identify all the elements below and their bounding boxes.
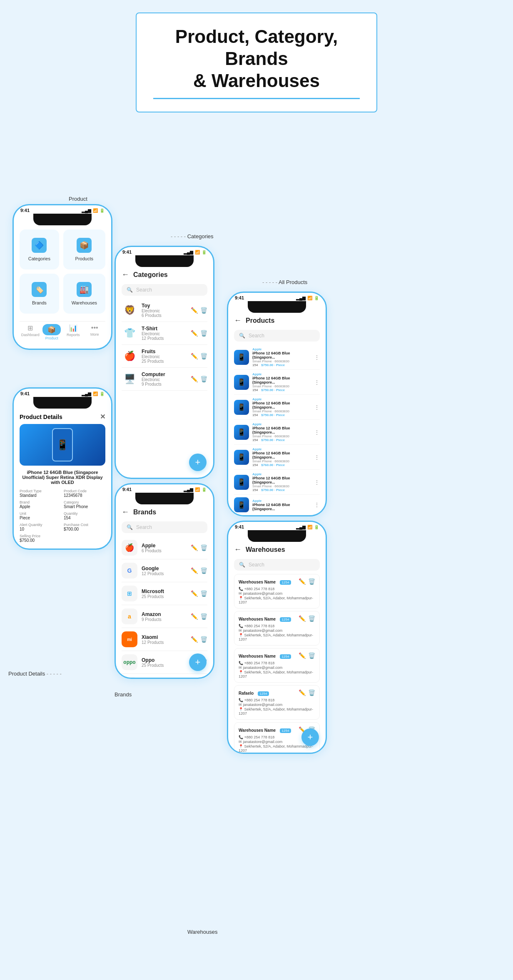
product-item-1[interactable]: 📱 Apple iPhone 12 64GB Blue (Singapore..… — [234, 345, 320, 370]
home-tile-warehouses[interactable]: 🏭 Warehouses — [63, 274, 105, 314]
wh-3-edit-button[interactable]: ✏️ — [299, 652, 306, 659]
cat-computer-name: Computer — [142, 372, 187, 377]
brand-oppo-count: 25 Products — [142, 663, 187, 668]
brand-google-count: 12 Products — [142, 571, 187, 576]
wh-3-phone: 📞 +880 254 778 818 — [239, 661, 315, 665]
product-3-code: Smart Phone · 66083830 — [252, 409, 311, 413]
home-tile-brands[interactable]: 🏷️ Brands — [20, 274, 59, 314]
brands-signal-icon: ▂▄▆ — [184, 487, 193, 492]
detail-purchase-cost-value: $700.00 — [64, 527, 105, 531]
wh-3-delete-button[interactable]: 🗑️ — [308, 652, 315, 659]
product-item-2[interactable]: 📱 Apple iPhone 12 64GB Blue (Singapore..… — [234, 370, 320, 395]
brand-microsoft-delete-button[interactable]: 🗑️ — [200, 590, 207, 597]
wh-1-email: ✉ janatastore@gmail.com — [239, 591, 315, 596]
product-7-more-icon[interactable]: ⋮ — [314, 501, 320, 508]
product-2-more-icon[interactable]: ⋮ — [314, 379, 320, 386]
product-6-name: iPhone 12 64GB Blue (Singapore... — [252, 476, 311, 484]
annotation-all-products-text: All Products — [279, 279, 307, 285]
brand-google-name: Google — [142, 566, 187, 571]
wh-5-badge: 1254 — [280, 728, 291, 733]
home-screen: 🔷 Categories 📦 Products 🏷️ Brands 🏭 Ware… — [14, 225, 111, 349]
wh-4-actions: ✏️ 🗑️ — [299, 689, 315, 696]
product-item-5[interactable]: 📱 Apple iPhone 12 64GB Blue (Singapore..… — [234, 445, 320, 470]
nav-more[interactable]: ••• More — [84, 324, 106, 340]
product-7-thumb: 📱 — [234, 497, 249, 512]
wh-2-email: ✉ janatastore@gmail.com — [239, 628, 315, 633]
brand-apple-edit-button[interactable]: ✏️ — [191, 544, 198, 551]
brand-amazon-edit-button[interactable]: ✏️ — [191, 613, 198, 620]
brand-xiaomi-delete-button[interactable]: 🗑️ — [200, 636, 207, 643]
product-nav-icon: 📦 — [47, 326, 56, 333]
wh-4-phone: 📞 +880 254 778 818 — [239, 698, 315, 702]
cat-fab-button[interactable]: + — [189, 454, 207, 471]
product-1-more-icon[interactable]: ⋮ — [314, 354, 320, 361]
wh-2-name-row: Warehouses Name 1254 ✏️ 🗑️ — [239, 615, 315, 622]
wh-2-edit-button[interactable]: ✏️ — [299, 615, 306, 622]
brands-back-arrow[interactable]: ← — [122, 508, 129, 516]
home-tile-categories[interactable]: 🔷 Categories — [20, 229, 59, 269]
product-item-4[interactable]: 📱 Apple iPhone 12 64GB Blue (Singapore..… — [234, 420, 320, 445]
product-item-7[interactable]: 📱 Apple iPhone 12 64GB Blue (Singapore..… — [234, 495, 320, 515]
close-icon[interactable]: ✕ — [100, 413, 105, 421]
detail-unit: Unit Piece — [20, 511, 61, 520]
wh-1-edit-button[interactable]: ✏️ — [299, 578, 306, 585]
cat-fruits-edit-button[interactable]: ✏️ — [191, 353, 198, 359]
product-5-more-icon[interactable]: ⋮ — [314, 454, 320, 461]
cat-toy-delete-button[interactable]: 🗑️ — [200, 307, 207, 314]
wh-2-delete-button[interactable]: 🗑️ — [308, 615, 315, 622]
annotation-product-text: Product — [69, 196, 87, 202]
detail-quantity-value: 154 — [64, 516, 105, 520]
product-6-more-icon[interactable]: ⋮ — [314, 479, 320, 486]
brand-xiaomi-edit-button[interactable]: ✏️ — [191, 636, 198, 643]
nav-product[interactable]: 📦 Product — [41, 324, 63, 340]
wh-search-bar[interactable]: 🔍 Search — [234, 559, 320, 571]
wh-4-delete-button[interactable]: 🗑️ — [308, 689, 315, 696]
cat-toy-edit-button[interactable]: ✏️ — [191, 307, 198, 314]
cat-computer-edit-button[interactable]: ✏️ — [191, 376, 198, 382]
prods-search-bar[interactable]: 🔍 Search — [234, 330, 320, 342]
cat-fruits-actions: ✏️ 🗑️ — [191, 353, 207, 359]
cat-back-arrow[interactable]: ← — [122, 270, 129, 279]
wh-back-arrow[interactable]: ← — [234, 545, 242, 554]
cat-fruits-count: 25 Products — [142, 359, 187, 364]
cat-fruits-delete-button[interactable]: 🗑️ — [200, 353, 207, 359]
detail-alert-qty-label: Alert Quantity — [20, 523, 61, 527]
brand-google-edit-button[interactable]: ✏️ — [191, 567, 198, 574]
brand-amazon-delete-button[interactable]: 🗑️ — [200, 613, 207, 620]
cat-tshirt-delete-button[interactable]: 🗑️ — [200, 330, 207, 337]
home-tile-products[interactable]: 📦 Products — [63, 229, 105, 269]
product-nav-label: Product — [45, 336, 58, 340]
cat-fruits-name: Fruits — [142, 349, 187, 354]
annotation-categories-dash: - - - - - — [171, 233, 186, 239]
cat-toy-name: Toy — [142, 303, 187, 309]
product-full-name: iPhone 12 64GB Blue (Singapore Unofficia… — [20, 470, 105, 485]
wh-2-name: Warehouses Name — [239, 617, 276, 621]
product-7-brand: Apple — [252, 499, 311, 503]
cat-search-bar[interactable]: 🔍 Search — [122, 284, 207, 296]
product-1-code: Smart Phone · 66083830 — [252, 359, 311, 363]
product-item-6[interactable]: 📱 Apple iPhone 12 64GB Blue (Singapore..… — [234, 470, 320, 495]
product-2-qty: 154 — [252, 388, 258, 392]
nav-dashboard[interactable]: ⊞ Dashboard — [20, 324, 41, 340]
product-1-thumb: 📱 — [234, 350, 249, 365]
product-4-more-icon[interactable]: ⋮ — [314, 429, 320, 436]
nav-reports[interactable]: 📊 Reports — [62, 324, 84, 340]
wh-5-address: 📍 Sekhertek, 52/A, Adabor, Mohammadpur-1… — [239, 744, 315, 753]
product-1-brand: Apple — [252, 347, 311, 351]
warehouses-tile-label: Warehouses — [72, 300, 97, 305]
wh-1-delete-button[interactable]: 🗑️ — [308, 578, 315, 585]
brands-search-bar[interactable]: 🔍 Search — [122, 521, 207, 533]
product-3-more-icon[interactable]: ⋮ — [314, 404, 320, 411]
brand-apple-delete-button[interactable]: 🗑️ — [200, 544, 207, 551]
cat-computer-delete-button[interactable]: 🗑️ — [200, 376, 207, 382]
prods-back-arrow[interactable]: ← — [234, 316, 242, 325]
product-item-3[interactable]: 📱 Apple iPhone 12 64GB Blue (Singapore..… — [234, 395, 320, 420]
brand-oppo-icon: oppo — [122, 654, 137, 670]
detail-brand-value: Apple — [20, 504, 61, 509]
brand-microsoft-edit-button[interactable]: ✏️ — [191, 590, 198, 597]
wh-item-2: Warehouses Name 1254 ✏️ 🗑️ 📞 +880 254 77… — [234, 611, 320, 646]
wh-4-edit-button[interactable]: ✏️ — [299, 689, 306, 696]
brand-google-delete-button[interactable]: 🗑️ — [200, 567, 207, 574]
categories-tile-icon: 🔷 — [32, 238, 47, 253]
cat-tshirt-edit-button[interactable]: ✏️ — [191, 330, 198, 337]
